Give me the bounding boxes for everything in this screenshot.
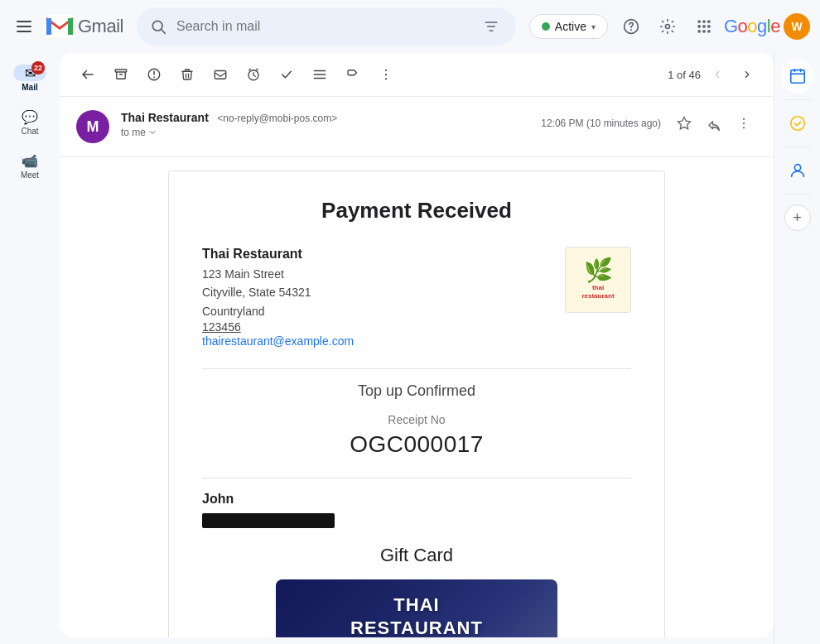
topup-section: Top up Confirmed Receipt No OGC000017 [202, 382, 631, 458]
restaurant-name: Thai Restaurant [202, 247, 354, 262]
svg-rect-12 [697, 25, 700, 27]
calendar-icon[interactable] [781, 60, 814, 93]
top-bar: Gmail Active ▾ Google W [0, 0, 820, 53]
snooze-button[interactable] [239, 60, 268, 89]
search-bar [137, 7, 516, 46]
svg-point-25 [743, 118, 745, 120]
search-icon [150, 18, 166, 35]
sidebar-meet-label: Meet [21, 171, 39, 180]
restaurant-address: 123 Main Street Cityville, State 54321 C… [202, 265, 354, 320]
spam-button[interactable] [139, 60, 169, 89]
email-content: Payment Received Thai Restaurant 123 Mai… [168, 171, 665, 637]
avatar[interactable]: W [784, 13, 810, 40]
apps-button[interactable] [687, 10, 721, 43]
topup-title: Top up Confirmed [202, 382, 631, 400]
sidebar-item-meet[interactable]: 📹 Meet [0, 147, 60, 185]
receipt-number: OGC000017 [202, 431, 631, 458]
google-logo: Google [724, 16, 780, 37]
email-toolbar: 1 of 46 [60, 53, 774, 97]
sidebar-mail-label: Mail [22, 83, 37, 92]
star-button[interactable] [671, 110, 697, 137]
svg-point-29 [790, 117, 804, 131]
sidebar-chat-label: Chat [21, 127, 38, 136]
gift-card-image: THAI RESTAURANT [276, 579, 557, 637]
restaurant-logo: 🌿 thai restaurant [565, 247, 631, 313]
tasks-icon[interactable] [781, 107, 814, 140]
hamburger-button[interactable] [10, 14, 38, 39]
sender-info: Thai Restaurant <no-reply@mobi-pos.com> [121, 110, 541, 125]
labels-button[interactable] [338, 60, 368, 89]
mail-icon: ✉ 22 [13, 65, 46, 81]
sender-avatar: M [76, 110, 109, 143]
header-actions [671, 110, 757, 137]
customer-section: John [202, 492, 631, 528]
payment-title: Payment Received [202, 198, 631, 223]
email-meta: Thai Restaurant <no-reply@mobi-pos.com> … [121, 110, 541, 138]
next-email-button[interactable] [734, 61, 760, 88]
move-button[interactable] [305, 60, 335, 89]
search-filter-icon[interactable] [480, 15, 503, 38]
contacts-icon[interactable] [781, 154, 814, 187]
right-panel-divider-3 [784, 194, 811, 195]
top-bar-right: Google W [615, 10, 810, 43]
svg-point-27 [743, 127, 745, 128]
meet-icon: 📹 [13, 152, 46, 169]
search-input[interactable] [176, 19, 480, 34]
redacted-info [202, 513, 335, 528]
more-header-button[interactable] [731, 110, 757, 137]
count-text: 1 of 46 [668, 69, 701, 81]
restaurant-info: Thai Restaurant 123 Main Street Cityvill… [202, 247, 354, 348]
add-app-button[interactable]: + [784, 204, 811, 231]
restaurant-header: Thai Restaurant 123 Main Street Cityvill… [202, 247, 631, 348]
gmail-text: Gmail [78, 16, 123, 37]
divider-2 [202, 478, 631, 478]
main-layout: ✉ 22 Mail 💬 Chat 📹 Meet [0, 53, 820, 644]
restaurant-phone: 123456 [202, 320, 354, 334]
svg-rect-11 [707, 21, 710, 23]
help-button[interactable] [615, 10, 648, 43]
svg-rect-18 [115, 70, 127, 72]
svg-rect-20 [215, 71, 226, 79]
svg-rect-28 [790, 70, 804, 84]
svg-rect-3 [46, 18, 51, 35]
chevron-down-icon: ▾ [591, 22, 596, 31]
more-toolbar-button[interactable] [371, 60, 401, 89]
sidebar-item-chat[interactable]: 💬 Chat [0, 103, 60, 141]
svg-rect-17 [707, 30, 710, 32]
svg-rect-14 [707, 25, 710, 27]
reply-button[interactable] [701, 110, 727, 137]
receipt-label: Receipt No [202, 413, 631, 426]
gift-card-title: Gift Card [202, 545, 631, 566]
svg-rect-10 [702, 21, 705, 23]
chat-icon: 💬 [13, 108, 46, 125]
svg-rect-9 [697, 21, 700, 23]
svg-rect-16 [702, 30, 705, 32]
timestamp-text: 12:06 PM (10 minutes ago) [541, 118, 661, 129]
svg-rect-13 [702, 25, 705, 27]
toolbar-count: 1 of 46 [668, 61, 760, 88]
restaurant-email-link[interactable]: thairestaurant@example.com [202, 334, 354, 348]
active-dot [542, 22, 550, 31]
back-button[interactable] [73, 60, 103, 89]
svg-rect-15 [697, 30, 700, 32]
content-area: 1 of 46 M Thai Restaurant <no-reply@mobi… [60, 53, 774, 637]
active-status-button[interactable]: Active ▾ [529, 14, 608, 39]
active-label: Active [555, 20, 586, 33]
customer-name: John [202, 492, 631, 507]
sidebar-item-mail[interactable]: ✉ 22 Mail [0, 60, 60, 97]
right-panel-divider [784, 99, 811, 100]
svg-point-22 [385, 70, 387, 71]
sidebar: ✉ 22 Mail 💬 Chat 📹 Meet [0, 53, 60, 644]
divider-1 [202, 368, 631, 369]
prev-email-button[interactable] [704, 61, 731, 88]
mark-unread-button[interactable] [205, 60, 235, 89]
delete-button[interactable] [172, 60, 202, 89]
right-panel: + [774, 53, 820, 644]
done-button[interactable] [272, 60, 301, 89]
gmail-logo[interactable]: Gmail [45, 15, 123, 38]
settings-button[interactable] [651, 10, 684, 43]
mail-badge: 22 [31, 61, 45, 74]
archive-button[interactable] [106, 60, 136, 89]
gmail-m-icon [45, 15, 75, 38]
email-body[interactable]: Payment Received Thai Restaurant 123 Mai… [60, 157, 774, 637]
